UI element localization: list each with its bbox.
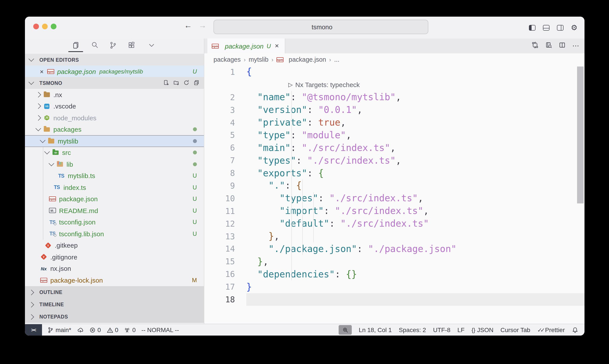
line-number: 12 xyxy=(204,219,235,228)
breadcrumb-packages[interactable]: packages xyxy=(213,56,241,63)
split-editor-icon[interactable] xyxy=(559,41,566,50)
more-actions-icon[interactable]: ⋯ xyxy=(572,42,579,50)
status-ln-18-col-1[interactable]: Ln 18, Col 1 xyxy=(359,326,392,333)
status-bell[interactable] xyxy=(572,326,578,333)
zoom-indicator[interactable] xyxy=(339,325,352,335)
tree-item-mytslib[interactable]: mytslib xyxy=(25,135,204,147)
section-header-outline[interactable]: OUTLINE xyxy=(25,286,204,298)
activity-chevron-down-icon[interactable] xyxy=(146,40,157,50)
breadcrumb-mytslib[interactable]: mytslib xyxy=(249,56,268,63)
tower-icon xyxy=(124,326,130,333)
tree-item-lib[interactable]: lib xyxy=(25,158,204,170)
status-spaces-2[interactable]: Spaces: 2 xyxy=(399,326,426,333)
git-status-badge: M xyxy=(192,277,197,284)
status-0[interactable]: 0 xyxy=(89,326,101,333)
layout-panel-icon[interactable] xyxy=(543,25,549,30)
status-main[interactable]: main* xyxy=(47,326,71,333)
code-area[interactable]: 1{▷Nx Targets: typecheck2 "name": "@tsmo… xyxy=(204,66,584,306)
tree-item-nx.json[interactable]: Nxnx.json xyxy=(25,263,204,274)
code-line-10: 10 "types": "./src/index.ts", xyxy=(204,192,584,205)
section-header-notepads[interactable]: NOTEPADS xyxy=(25,311,204,323)
chevron-right-icon xyxy=(35,92,41,97)
tree-item-packages[interactable]: packages xyxy=(25,124,204,135)
activity-explorer-icon[interactable] xyxy=(70,40,81,50)
npm-icon: npm xyxy=(47,68,54,75)
compare-changes-icon[interactable] xyxy=(531,41,539,50)
tab-bar: npmpackage.jsonU× ⋯ xyxy=(204,39,584,53)
status-utf-8[interactable]: UTF-8 xyxy=(433,326,450,333)
settings-gear-icon[interactable]: ⚙ xyxy=(571,24,578,31)
command-center-search[interactable]: tsmono xyxy=(213,20,428,34)
tree-item-.gitkeep[interactable]: Y.gitkeep xyxy=(25,240,204,251)
git-status-dot xyxy=(193,128,197,131)
activity-extensions-icon[interactable] xyxy=(126,40,137,50)
remote-indicator[interactable]: >< xyxy=(25,324,42,336)
tree-item-.nx[interactable]: .nx xyxy=(25,89,204,100)
editor-scrollbar[interactable] xyxy=(577,66,584,203)
explorer-root-header[interactable]: TSMONO xyxy=(25,77,208,89)
git-status-badge: U xyxy=(193,184,197,191)
codelens-nx-targets[interactable]: ▷Nx Targets: typecheck xyxy=(288,81,360,88)
status-cloud-upload[interactable] xyxy=(77,326,84,333)
activity-search-icon[interactable] xyxy=(89,40,100,50)
tree-item-.gitignore[interactable]: Y.gitignore xyxy=(25,251,204,263)
tree-item-package-lock.json[interactable]: npmpackage-lock.jsonM xyxy=(25,274,204,286)
close-traffic-light[interactable] xyxy=(33,24,39,29)
status-right: Ln 18, Col 1Spaces: 2UTF-8LF{}JSONCursor… xyxy=(339,325,584,335)
tree-item-mytslib.ts[interactable]: TSmytslib.tsU xyxy=(25,170,204,182)
status-lf[interactable]: LF xyxy=(457,326,465,333)
layout-sidebar-left-icon[interactable] xyxy=(529,25,535,30)
tab-package-json[interactable]: npmpackage.jsonU× xyxy=(207,39,285,53)
status-json[interactable]: {}JSON xyxy=(472,326,493,333)
activity-source-control-icon[interactable] xyxy=(108,40,118,50)
open-editor-item[interactable]: ×npmpackage.jsonpackages/mytslibU xyxy=(25,66,204,78)
error-icon xyxy=(89,326,96,333)
editor-actions: ⋯ xyxy=(531,39,579,53)
ts-icon: TS xyxy=(58,173,65,179)
tree-item-package.json[interactable]: npmpackage.jsonU xyxy=(25,193,204,205)
section-header-timeline[interactable]: TIMELINE xyxy=(25,298,204,311)
new-file-icon[interactable] xyxy=(163,79,169,86)
tree-item-index.ts[interactable]: TSindex.tsU xyxy=(25,182,204,193)
line-number: 15 xyxy=(204,257,235,266)
breadcrumb-...[interactable]: ... xyxy=(334,56,339,63)
collapse-all-icon xyxy=(193,79,199,86)
collapse-all-icon[interactable] xyxy=(193,79,199,86)
preview-search-icon[interactable] xyxy=(545,41,552,50)
status-prettier[interactable]: ✓✓Prettier xyxy=(537,326,565,333)
status-label: 0 xyxy=(98,326,101,333)
line-number: 2 xyxy=(204,92,235,102)
status-0[interactable]: 0 xyxy=(106,326,118,333)
status-normal[interactable]: -- NORMAL -- xyxy=(141,326,179,333)
code-line-6: 6 "main": "./src/index.ts", xyxy=(204,142,584,154)
back-arrow-icon[interactable]: ← xyxy=(183,21,193,30)
breadcrumb-package.json[interactable]: npmpackage.json xyxy=(276,56,326,63)
close-editor-icon[interactable]: × xyxy=(40,68,44,75)
zoom-traffic-light[interactable] xyxy=(51,24,56,29)
tree-item-.vscode[interactable]: VS.vscode xyxy=(25,100,204,112)
tree-item-tsconfig.lib.json[interactable]: TStsconfig.lib.jsonU xyxy=(25,228,204,240)
status-0[interactable]: 0 xyxy=(124,326,136,333)
line-number: 11 xyxy=(204,206,235,215)
forward-arrow-icon[interactable]: → xyxy=(197,21,208,30)
refresh-icon[interactable] xyxy=(183,79,189,86)
ts-config-icon: TS xyxy=(49,231,56,237)
tree-item-node_modules[interactable]: JSnode_modules xyxy=(25,112,204,124)
code-line-15: 15 }, xyxy=(204,255,584,268)
folder-open-icon xyxy=(48,138,55,144)
open-editors-header[interactable]: OPEN EDITORS xyxy=(25,54,208,66)
line-number: 3 xyxy=(204,105,235,114)
breadcrumb-label: package.json xyxy=(289,56,326,63)
tree-item-src[interactable]: </>src xyxy=(25,147,204,158)
tab-close-icon[interactable]: × xyxy=(275,42,279,50)
ts-config-icon: TS xyxy=(49,219,56,225)
code-line-7: 7 "types": "./src/index.ts", xyxy=(204,154,584,167)
tree-item-README.md[interactable]: M↓README.mdU xyxy=(25,205,204,216)
minimize-traffic-light[interactable] xyxy=(42,24,48,29)
new-folder-icon[interactable] xyxy=(173,79,179,86)
layout-sidebar-right-icon[interactable] xyxy=(557,25,563,30)
tree-item-tsconfig.json[interactable]: TStsconfig.jsonU xyxy=(25,216,204,228)
status-cursor-tab[interactable]: Cursor Tab xyxy=(501,326,530,333)
npm-icon: npm xyxy=(49,196,56,202)
git-status-badge: U xyxy=(193,219,197,225)
